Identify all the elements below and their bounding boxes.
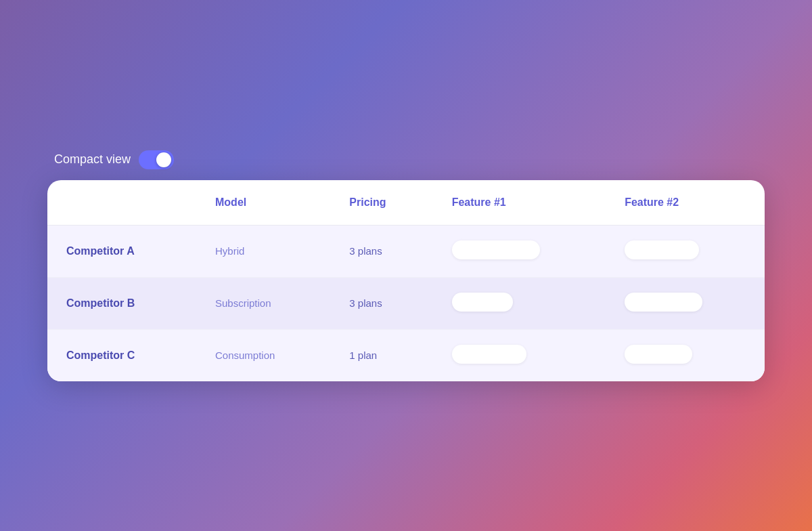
feature2-pill: [625, 345, 692, 364]
comparison-table: Model Pricing Feature #1 Feature #2 Comp…: [47, 180, 765, 381]
col-header-name: [47, 180, 196, 226]
col-header-pricing: Pricing: [330, 180, 432, 226]
toggle-thumb: [156, 152, 171, 167]
feature2-pill: [625, 240, 699, 259]
table-row: Competitor B Subscription 3 plans: [47, 277, 765, 329]
competitor-pricing: 1 plan: [349, 349, 377, 361]
competitor-name: Competitor C: [66, 349, 135, 361]
feature2-pill: [625, 293, 702, 312]
toggle-track: [139, 150, 174, 169]
competitor-pricing: 3 plans: [349, 245, 382, 257]
main-container: Compact view Model Pricing Feature #1 Fe…: [47, 150, 765, 381]
competitor-model: Consumption: [215, 349, 275, 361]
compact-view-row: Compact view: [47, 150, 765, 169]
comparison-table-card: Model Pricing Feature #1 Feature #2 Comp…: [47, 180, 765, 381]
table-row: Competitor A Hybrid 3 plans: [47, 225, 765, 277]
feature1-pill: [452, 293, 513, 312]
competitor-model: Hybrid: [215, 245, 244, 257]
col-header-model: Model: [196, 180, 330, 226]
table-header-row: Model Pricing Feature #1 Feature #2: [47, 180, 765, 226]
compact-view-toggle[interactable]: [139, 150, 174, 169]
competitor-name: Competitor A: [66, 245, 135, 257]
competitor-name: Competitor B: [66, 297, 135, 309]
competitor-model: Subscription: [215, 297, 271, 309]
col-header-feature1: Feature #1: [433, 180, 606, 226]
col-header-feature2: Feature #2: [606, 180, 765, 226]
compact-view-label: Compact view: [54, 152, 131, 167]
feature1-pill: [452, 240, 540, 259]
feature1-pill: [452, 345, 526, 364]
table-row: Competitor C Consumption 1 plan: [47, 329, 765, 381]
competitor-pricing: 3 plans: [349, 297, 382, 309]
